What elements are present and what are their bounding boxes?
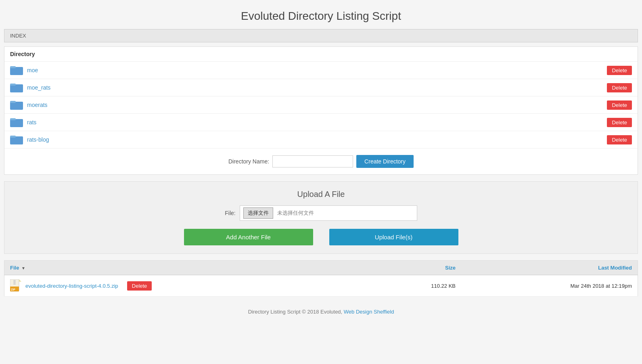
delete-directory-button[interactable]: Delete (607, 100, 632, 110)
directory-link[interactable]: moe (27, 67, 38, 73)
svg-text:ZIP: ZIP (11, 288, 15, 291)
directory-link[interactable]: rats (27, 119, 36, 126)
directory-section-header: Directory (4, 47, 638, 62)
footer-text: Directory Listing Script © 2018 Evoluted… (248, 309, 343, 315)
directory-panel: Directory moe Delete (4, 46, 638, 175)
file-name-display: 未选择任何文件 (273, 208, 414, 218)
upload-files-button[interactable]: Upload File(s) (329, 229, 458, 245)
breadcrumb: INDEX (4, 29, 638, 42)
file-last-modified: Mar 24th 2018 at 12:19pm (461, 275, 638, 297)
zip-file-icon: ZIP (10, 279, 21, 292)
dir-left: rats-blog (10, 134, 49, 145)
directory-link[interactable]: moerats (27, 102, 48, 108)
directory-link[interactable]: rats-blog (27, 136, 49, 143)
svg-rect-16 (13, 282, 16, 283)
svg-marker-11 (19, 279, 21, 282)
create-directory-button[interactable]: Create Directory (356, 155, 414, 168)
directory-row: rats-blog Delete (4, 131, 638, 148)
file-label: File: (225, 210, 235, 216)
upload-title: Upload A File (13, 190, 629, 199)
sort-arrow-icon: ▼ (21, 266, 25, 270)
file-table: File ▼ Size Last Modified (4, 260, 638, 297)
file-input-wrapper: 选择文件 未选择任何文件 (240, 205, 417, 221)
svg-rect-5 (10, 101, 16, 103)
delete-directory-button[interactable]: Delete (607, 83, 632, 92)
directory-link[interactable]: moe_rats (27, 84, 50, 91)
delete-directory-button[interactable]: Delete (607, 118, 632, 127)
directory-row: moe Delete (4, 62, 638, 79)
dir-left: moe (10, 65, 38, 75)
table-row: ZIP evoluted-directory-listing-script-4.… (4, 275, 638, 297)
delete-directory-button[interactable]: Delete (607, 135, 632, 144)
add-another-file-button[interactable]: Add Another File (184, 229, 313, 245)
svg-rect-7 (10, 118, 16, 120)
upload-actions: Add Another File Upload File(s) (13, 229, 629, 245)
directory-name-input[interactable] (272, 155, 353, 167)
directory-row: rats Delete (4, 114, 638, 131)
footer: Directory Listing Script © 2018 Evoluted… (0, 301, 642, 323)
dir-left: moe_rats (10, 82, 50, 93)
col-file[interactable]: File ▼ (4, 261, 375, 275)
svg-rect-3 (10, 84, 16, 86)
dir-left: moerats (10, 100, 48, 110)
create-directory-form: Directory Name: Create Directory (4, 148, 638, 174)
svg-rect-9 (10, 136, 16, 138)
svg-rect-15 (13, 281, 16, 282)
col-last-modified[interactable]: Last Modified (461, 261, 638, 275)
file-input-row: File: 选择文件 未选择任何文件 (13, 205, 629, 221)
file-link[interactable]: evoluted-directory-listing-script-4.0.5.… (25, 283, 118, 289)
file-size: 110.22 KB (375, 275, 461, 297)
svg-rect-17 (13, 284, 16, 285)
delete-file-button[interactable]: Delete (127, 281, 152, 291)
svg-rect-14 (13, 280, 16, 281)
dir-left: rats (10, 117, 36, 128)
page-title: Evoluted Directory Listing Script (0, 0, 642, 29)
choose-file-button[interactable]: 选择文件 (243, 207, 273, 219)
directory-name-label: Directory Name: (228, 158, 269, 165)
delete-directory-button[interactable]: Delete (607, 66, 632, 75)
upload-panel: Upload A File File: 选择文件 未选择任何文件 Add Ano… (4, 181, 638, 254)
folder-icon (10, 65, 23, 75)
folder-icon (10, 134, 23, 145)
svg-rect-1 (10, 66, 16, 68)
folder-icon (10, 100, 23, 110)
directory-row: moe_rats Delete (4, 79, 638, 96)
footer-link[interactable]: Web Design Sheffield (344, 309, 394, 315)
col-size[interactable]: Size (375, 261, 461, 275)
folder-icon (10, 117, 23, 128)
file-cell: ZIP evoluted-directory-listing-script-4.… (4, 275, 375, 297)
directory-row: moerats Delete (4, 96, 638, 114)
folder-icon (10, 82, 23, 93)
